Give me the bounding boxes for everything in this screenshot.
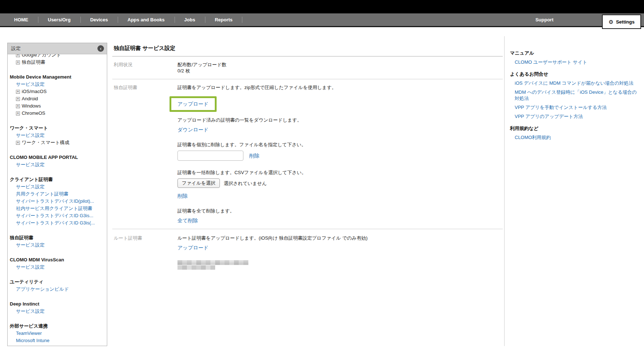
manual-support-site-link[interactable]: CLOMO ユーザーサポート サイト: [510, 59, 638, 65]
redacted-text: [177, 260, 503, 270]
expand-icon[interactable]: +: [16, 111, 20, 115]
sidebar-list: + Googleアカウント + 独自証明書 Mobile Device Mana…: [8, 51, 107, 344]
sidebar-collapse-button[interactable]: ‹: [97, 45, 104, 52]
sidebar-group-title: 外部サービス連携: [10, 323, 105, 330]
expand-icon[interactable]: +: [16, 141, 20, 145]
sidebar-group-external-services: 外部サービス連携 TeamViewer Microsoft Intune: [10, 323, 105, 344]
sidebar-header: 設定 ‹: [8, 43, 107, 54]
sidebar-link-cybertrust-device-id-g3is-2[interactable]: サイバートラストデバイスID G3is(...: [10, 219, 105, 227]
sidebar-link-work-smart-service-settings[interactable]: サービス設定: [10, 132, 105, 139]
sidebar-link-application-build[interactable]: アプリケーションビルド: [10, 286, 105, 293]
sidebar-item-ios-macos[interactable]: + iOS/macOS: [10, 88, 105, 95]
sidebar-link-client-cert-service-settings[interactable]: サービス設定: [10, 183, 105, 190]
sidebar-link-teamviewer[interactable]: TeamViewer: [10, 330, 105, 337]
sidebar-group-title: CLOMO MDM VirusScan: [10, 256, 105, 264]
certificate-filename-input[interactable]: [177, 151, 243, 161]
certificate-upload-link[interactable]: アップロード: [177, 101, 209, 107]
sidebar-group-custom-certificate: 独自証明書 サービス設定: [10, 234, 105, 249]
sidebar-group-work-smart: ワーク・スマート サービス設定 + ワーク・スマート構成: [10, 125, 105, 146]
expand-icon[interactable]: +: [16, 60, 20, 64]
root-upload-link[interactable]: アップロード: [177, 245, 209, 251]
sidebar-item-label: iOS/macOS: [22, 88, 47, 95]
sidebar-item-windows[interactable]: + Windows: [10, 102, 105, 110]
sidebar-item-label: ChromeOS: [22, 110, 45, 117]
sidebar-link-microsoft-intune[interactable]: Microsoft Intune: [10, 337, 105, 344]
root-upload-description: ルート証明書をアップロードします。(iOS向け 独自証明書設定プロファイル での…: [177, 235, 503, 241]
sidebar-title: 設定: [11, 45, 21, 52]
sidebar-link-virusscan-service-settings[interactable]: サービス設定: [10, 264, 105, 271]
sidebar-item-custom-certificate[interactable]: + 独自証明書: [10, 59, 105, 66]
sidebar-group-title: Deep Instinct: [10, 300, 105, 308]
top-black-bar: [0, 0, 644, 13]
sidebar-group-title: ユーティリティ: [10, 278, 105, 286]
sidebar-link-mdm-service-settings[interactable]: サービス設定: [10, 81, 105, 88]
sidebar-item-label: 独自証明書: [22, 59, 45, 66]
sidebar-item-chromeos[interactable]: + ChromeOS: [10, 110, 105, 117]
custom-certificate-row: 独自証明書 証明書をアップロードします。zip形式で圧縮したファイルを使用します…: [112, 79, 503, 229]
page-title: 独自証明書 サービス設定: [112, 40, 503, 56]
nav-item-users-org[interactable]: Users/Org: [38, 13, 80, 26]
sidebar-item-work-smart-config[interactable]: + ワーク・スマート構成: [10, 139, 105, 146]
sidebar-link-shared-client-cert[interactable]: 共用クライアント証明書: [10, 190, 105, 198]
nav-item-apps-and-books[interactable]: Apps and Books: [118, 13, 175, 26]
sidebar-group-deep-instinct: Deep Instinct サービス設定: [10, 300, 105, 315]
usage-value-count: 0/2 枚: [177, 68, 503, 74]
faq-link-ios-device-registration[interactable]: MDM へのデバイス登録時に「iOS Device」となる場合の対処法: [510, 89, 638, 101]
settings-tab-label: Settings: [616, 19, 635, 25]
expand-icon[interactable]: +: [16, 90, 20, 94]
chevron-left-icon: ‹: [100, 46, 102, 51]
sidebar-item-android[interactable]: + Android: [10, 95, 105, 102]
sidebar-link-portal-service-settings[interactable]: サービス設定: [10, 161, 105, 168]
sidebar-group-mdm: Mobile Device Management サービス設定 + iOS/ma…: [10, 73, 105, 117]
file-select-button[interactable]: ファイルを選択: [177, 178, 220, 188]
redacted-row: [177, 265, 215, 270]
faq-link-vpp-manual-install[interactable]: VPP アプリを手動でインストールする方法: [510, 104, 638, 110]
faq-link-vpp-update[interactable]: VPP アプリのアップデート方法: [510, 113, 638, 119]
sidebar-group-title: CLOMO MOBILE APP PORTAL: [10, 154, 105, 161]
bulk-delete-link[interactable]: 削除: [177, 193, 188, 199]
certificate-download-link[interactable]: ダウンロード: [177, 127, 209, 132]
main-nav: HOME Users/Org Devices Apps and Books Jo…: [0, 13, 644, 27]
delete-all-link[interactable]: 全て削除: [177, 218, 198, 223]
nav-item-devices[interactable]: Devices: [80, 13, 118, 26]
manual-header: マニュアル: [510, 50, 638, 56]
sidebar-link-deep-instinct-service-settings[interactable]: サービス設定: [10, 308, 105, 315]
sidebar-group-title: Mobile Device Management: [10, 73, 105, 81]
single-delete-description: 証明書を個別に削除します。ファイル名を指定して下さい。: [177, 142, 503, 148]
nav-item-jobs[interactable]: Jobs: [175, 13, 205, 26]
gear-icon: ⚙: [609, 19, 613, 25]
settings-tab[interactable]: ⚙ Settings: [602, 14, 641, 29]
sidebar-item-label: ワーク・スマート構成: [22, 139, 70, 146]
download-description: アップロード済みの証明書の一覧をダウンロードします。: [177, 117, 503, 123]
sidebar-group-client-certificate: クライアント証明書 サービス設定 共用クライアント証明書 サイバートラストデバイ…: [10, 176, 105, 227]
usage-row: 利用状況 配布数/アップロード数 0/2 枚: [112, 56, 503, 79]
expand-icon[interactable]: +: [16, 97, 20, 101]
settings-sidebar: 設定 ‹ + Googleアカウント + 独自証明書 Mobile Device…: [7, 43, 107, 346]
sidebar-link-cybertrust-device-id-pilot[interactable]: サイバートラストデバイスID(pilot)...: [10, 198, 105, 205]
terms-link[interactable]: CLOMO利用規約: [510, 134, 638, 140]
sidebar-group-title: ワーク・スマート: [10, 125, 105, 132]
nav-items: HOME Users/Org Devices Apps and Books Jo…: [0, 13, 242, 26]
delete-all-description: 証明書を全て削除します。: [177, 208, 503, 214]
sidebar-item-label: Windows: [22, 102, 41, 110]
custom-certificate-label: 独自証明書: [112, 84, 177, 224]
nav-item-reports[interactable]: Reports: [205, 13, 242, 26]
single-delete-link[interactable]: 削除: [249, 153, 259, 159]
nav-item-home[interactable]: HOME: [4, 13, 38, 26]
upload-description: 証明書をアップロードします。zip形式で圧縮したファイルを使用します。: [177, 84, 503, 90]
bulk-delete-description: 証明書を一括削除します。CSVファイルを選択して下さい。: [177, 169, 503, 176]
sidebar-link-custom-cert-service-settings[interactable]: サービス設定: [10, 241, 105, 249]
expand-icon[interactable]: +: [16, 104, 20, 108]
sidebar-link-cybertrust-device-id-g3is-1[interactable]: サイバートラストデバイスID G3is...: [10, 212, 105, 219]
terms-header: 利用規約など: [510, 125, 638, 132]
usage-value-title: 配布数/アップロード数: [177, 62, 503, 68]
root-certificate-label: ルート証明書: [112, 235, 177, 270]
root-certificate-row: ルート証明書 ルート証明書をアップロードします。(iOS向け 独自証明書設定プロ…: [112, 229, 503, 275]
sidebar-group-title: クライアント証明書: [10, 176, 105, 183]
faq-link-mdm-command-not-delivered[interactable]: iOS デバイスに MDM コマンドが届かない場合の対処法: [510, 80, 638, 86]
redacted-row: [177, 260, 248, 265]
file-select-status: 選択されていません: [224, 180, 267, 186]
support-link[interactable]: Support: [535, 13, 553, 26]
help-panel: マニュアル CLOMO ユーザーサポート サイト よくあるお問合せ iOS デバ…: [504, 36, 644, 346]
sidebar-link-internal-service-client-cert[interactable]: 社内サービス用クライアント証明書: [10, 205, 105, 212]
